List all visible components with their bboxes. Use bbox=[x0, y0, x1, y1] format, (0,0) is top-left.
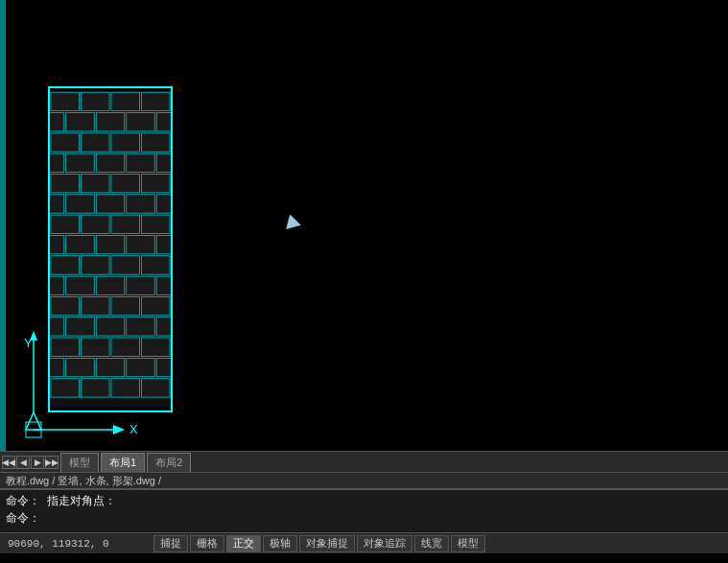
svg-rect-44 bbox=[141, 215, 170, 233]
svg-rect-24 bbox=[156, 153, 171, 172]
tab-navigation: ◀◀ ◀ ▶ ▶▶ bbox=[0, 456, 59, 469]
command-line-2: 命令： bbox=[6, 510, 722, 528]
status-buttons: 捕捉 栅格 正交 极轴 对象捕捉 对象追踪 线宽 模型 bbox=[153, 535, 487, 552]
svg-rect-28 bbox=[51, 174, 80, 192]
svg-rect-47 bbox=[66, 235, 95, 253]
svg-rect-50 bbox=[156, 235, 171, 253]
ortho-button[interactable]: 正交 bbox=[226, 535, 261, 552]
svg-rect-23 bbox=[127, 153, 155, 172]
svg-rect-49 bbox=[127, 235, 155, 253]
svg-marker-101 bbox=[26, 412, 41, 430]
svg-rect-68 bbox=[81, 296, 109, 315]
otrack-button[interactable]: 对象追踪 bbox=[357, 535, 412, 552]
coordinates-display: 90690, 119312, 0 bbox=[0, 538, 153, 550]
tab-layout2[interactable]: 布局2 bbox=[147, 453, 191, 472]
tab-nav-first[interactable]: ◀◀ bbox=[2, 456, 15, 469]
svg-rect-37 bbox=[156, 195, 171, 213]
svg-rect-41 bbox=[51, 215, 80, 233]
svg-rect-35 bbox=[96, 195, 125, 213]
svg-rect-60 bbox=[66, 276, 95, 294]
polar-button[interactable]: 极轴 bbox=[263, 535, 297, 552]
svg-rect-42 bbox=[81, 215, 109, 233]
command-area[interactable]: 命令： 指走对角点： 命令： bbox=[0, 489, 728, 532]
svg-rect-10 bbox=[127, 113, 155, 131]
svg-rect-48 bbox=[96, 235, 125, 253]
svg-rect-9 bbox=[96, 113, 125, 131]
svg-rect-16 bbox=[81, 133, 109, 152]
svg-rect-18 bbox=[141, 133, 170, 152]
svg-rect-30 bbox=[111, 174, 140, 192]
svg-rect-2 bbox=[51, 92, 80, 110]
svg-rect-20 bbox=[50, 153, 64, 172]
command-line-1: 命令： 指走对角点： bbox=[6, 493, 722, 510]
svg-rect-43 bbox=[111, 215, 140, 233]
svg-rect-7 bbox=[50, 113, 64, 131]
svg-rect-15 bbox=[51, 133, 80, 152]
svg-rect-63 bbox=[156, 276, 171, 294]
svg-rect-69 bbox=[111, 296, 140, 315]
axis-indicator: Y X bbox=[5, 326, 168, 441]
lineweight-button[interactable]: 线宽 bbox=[414, 535, 449, 552]
svg-rect-54 bbox=[51, 256, 80, 274]
svg-rect-46 bbox=[50, 235, 64, 253]
svg-rect-5 bbox=[141, 92, 170, 110]
svg-rect-56 bbox=[111, 256, 140, 274]
svg-rect-61 bbox=[96, 276, 125, 294]
svg-rect-29 bbox=[81, 174, 109, 192]
tab-nav-next[interactable]: ▶ bbox=[31, 456, 44, 469]
svg-rect-67 bbox=[51, 296, 80, 315]
svg-rect-70 bbox=[141, 296, 170, 315]
svg-rect-8 bbox=[66, 113, 95, 131]
svg-rect-59 bbox=[50, 276, 64, 294]
svg-rect-17 bbox=[111, 133, 140, 152]
breadcrumb-text: 教程.dwg / 竖墙, 水条, 形架.dwg / bbox=[6, 474, 161, 488]
svg-text:Y: Y bbox=[24, 336, 33, 350]
svg-rect-33 bbox=[50, 195, 64, 213]
svg-text:X: X bbox=[129, 422, 138, 436]
snap-button[interactable]: 捕捉 bbox=[153, 535, 188, 552]
svg-marker-103 bbox=[113, 425, 125, 434]
cad-viewport: Y X bbox=[0, 0, 728, 451]
svg-rect-36 bbox=[127, 195, 155, 213]
tab-bar: ◀◀ ◀ ▶ ▶▶ 模型 布局1 布局2 bbox=[0, 451, 728, 472]
cad-cursor bbox=[286, 214, 303, 232]
svg-rect-55 bbox=[81, 256, 109, 274]
tab-layout1[interactable]: 布局1 bbox=[101, 453, 145, 472]
breadcrumb-bar: 教程.dwg / 竖墙, 水条, 形架.dwg / bbox=[0, 472, 728, 489]
tab-nav-last[interactable]: ▶▶ bbox=[45, 456, 59, 469]
svg-rect-4 bbox=[111, 92, 140, 110]
tab-nav-prev[interactable]: ◀ bbox=[16, 456, 30, 469]
svg-rect-22 bbox=[96, 153, 125, 172]
svg-rect-3 bbox=[81, 92, 109, 110]
tab-model[interactable]: 模型 bbox=[60, 453, 99, 472]
svg-rect-31 bbox=[141, 174, 170, 192]
svg-rect-34 bbox=[66, 195, 95, 213]
svg-rect-11 bbox=[156, 113, 171, 131]
grid-button[interactable]: 栅格 bbox=[190, 535, 224, 552]
svg-rect-62 bbox=[127, 276, 155, 294]
svg-rect-21 bbox=[66, 153, 95, 172]
model-button[interactable]: 模型 bbox=[451, 535, 485, 552]
svg-rect-57 bbox=[141, 256, 170, 274]
osnap-button[interactable]: 对象捕捉 bbox=[299, 535, 355, 552]
status-bar: 90690, 119312, 0 捕捉 栅格 正交 极轴 对象捕捉 对象追踪 线… bbox=[0, 532, 728, 553]
